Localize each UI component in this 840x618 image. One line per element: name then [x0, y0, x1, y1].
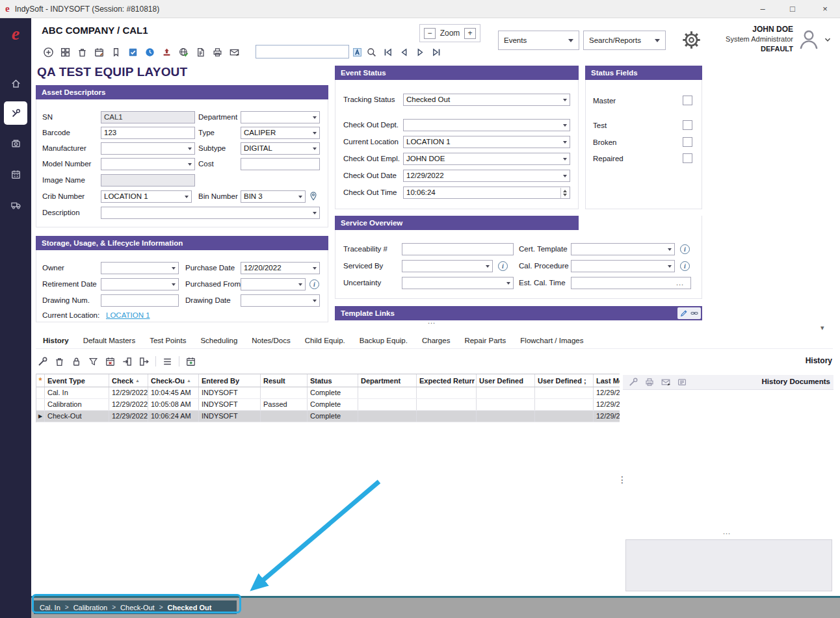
lock-icon[interactable] — [71, 356, 82, 367]
cert-template-combo[interactable] — [571, 243, 675, 255]
workflow-step[interactable]: Cal. In — [40, 604, 60, 612]
checkout-dept-combo[interactable] — [403, 119, 570, 131]
documents-splitter-handle[interactable]: ... — [723, 528, 731, 535]
list-view-icon[interactable] — [162, 356, 173, 367]
time-button[interactable] — [143, 45, 156, 58]
tab-scheduling[interactable]: Scheduling — [193, 333, 244, 348]
tab-notes-docs[interactable]: Notes/Docs — [244, 333, 297, 348]
panel-splitter[interactable]: ⋮ — [618, 474, 627, 485]
search-input[interactable] — [256, 45, 349, 58]
delete-row-icon[interactable] — [54, 356, 65, 367]
splitter-handle-horizontal[interactable]: ... — [428, 317, 436, 325]
repaired-checkbox[interactable] — [683, 153, 692, 163]
user-menu-chevron[interactable] — [823, 35, 832, 47]
col-result[interactable]: Result — [261, 374, 308, 387]
col-check-in[interactable]: Check▲ — [109, 374, 148, 387]
col-check-out[interactable]: Check-Ou▲ — [148, 374, 199, 387]
col-entered-by[interactable]: Entered By — [199, 374, 261, 387]
drawing-num-field[interactable] — [101, 294, 179, 307]
col-expected-return[interactable]: Expected Returr — [417, 374, 477, 387]
cal-procedure-combo[interactable] — [571, 260, 675, 272]
type-combo[interactable]: CALIPER — [241, 127, 320, 139]
serviced-by-info-icon[interactable]: i — [498, 261, 508, 271]
workflow-step-current[interactable]: Checked Out — [168, 604, 212, 612]
doc-mail-icon[interactable] — [661, 377, 671, 387]
current-location-combo[interactable]: LOCATION 1 — [403, 136, 570, 148]
cert-template-info-icon[interactable]: i — [680, 244, 690, 254]
bookmark-button[interactable] — [109, 45, 122, 58]
sidebar-item-calendar[interactable] — [0, 161, 31, 187]
model-number-combo[interactable] — [101, 158, 195, 170]
crib-number-combo[interactable]: LOCATION 1 — [101, 190, 192, 203]
tab-charges[interactable]: Charges — [415, 333, 457, 348]
avatar[interactable] — [796, 26, 822, 55]
checkout-empl-combo[interactable]: JOHN DOE — [403, 153, 570, 165]
upload-button[interactable] — [160, 45, 173, 58]
events-dropdown[interactable]: Events — [498, 31, 579, 50]
barcode-field[interactable]: 123 — [101, 127, 195, 139]
manufacturer-combo[interactable] — [101, 142, 195, 155]
search-reports-dropdown[interactable]: Search/Reports — [583, 31, 666, 50]
drawing-date-combo[interactable] — [241, 294, 320, 307]
owner-combo[interactable] — [101, 262, 179, 274]
sidebar-item-home[interactable] — [0, 70, 31, 96]
doc-tools-icon[interactable] — [628, 377, 638, 387]
subtype-combo[interactable]: DIGITAL — [241, 142, 320, 155]
collapse-chevron[interactable]: ▾ — [820, 324, 825, 332]
retirement-date-combo[interactable] — [101, 278, 179, 290]
workflow-step[interactable]: Check-Out — [120, 604, 155, 612]
layout-button[interactable] — [59, 45, 72, 58]
cal-procedure-info-icon[interactable]: i — [680, 261, 690, 271]
purchase-date-combo[interactable]: 12/20/2022 — [241, 262, 320, 274]
document-button[interactable] — [194, 45, 207, 58]
calendar-remove-icon[interactable] — [105, 356, 116, 367]
minimize-button[interactable]: – — [748, 0, 778, 18]
user-info[interactable]: JOHN DOE System Administrator DEFAULT — [676, 25, 793, 54]
indysoft-logo-icon[interactable]: e — [0, 18, 31, 49]
print-button[interactable] — [211, 45, 224, 58]
current-location-link[interactable]: LOCATION 1 — [106, 309, 150, 322]
uncertainty-combo[interactable] — [402, 277, 514, 289]
image-name-field[interactable] — [101, 174, 195, 187]
bin-number-combo[interactable]: BIN 3 — [241, 190, 306, 203]
check-in-icon[interactable] — [122, 356, 133, 367]
cost-field[interactable] — [241, 158, 320, 170]
filter-icon[interactable] — [88, 356, 99, 367]
test-checkbox[interactable] — [683, 120, 692, 130]
master-checkbox[interactable] — [683, 96, 692, 105]
description-combo[interactable] — [101, 207, 320, 219]
col-status[interactable]: Status — [308, 374, 358, 387]
workflow-step[interactable]: Calibration — [73, 604, 108, 612]
check-out-icon[interactable] — [138, 356, 150, 367]
tasks-button[interactable] — [126, 45, 139, 58]
est-cal-time-field[interactable] — [571, 277, 691, 289]
traceability-field[interactable] — [402, 243, 514, 255]
col-event-type[interactable]: Event Type — [45, 374, 109, 387]
maximize-button[interactable]: □ — [778, 0, 807, 18]
search-button[interactable] — [365, 45, 378, 58]
tab-backup-equip[interactable]: Backup Equip. — [352, 333, 415, 348]
tab-repair-parts[interactable]: Repair Parts — [457, 333, 513, 348]
broken-checkbox[interactable] — [683, 137, 692, 147]
sn-field[interactable]: CAL1 — [101, 111, 195, 123]
col-user-defined-2[interactable]: User Defined ; — [535, 374, 594, 387]
zoom-in-button[interactable]: + — [464, 28, 476, 39]
web-verify-button[interactable] — [177, 45, 190, 58]
tracking-status-combo[interactable]: Checked Out — [403, 94, 570, 106]
serviced-by-combo[interactable] — [402, 260, 493, 272]
nav-next-button[interactable] — [413, 45, 427, 58]
field-search-toggle[interactable] — [350, 45, 363, 58]
sidebar-item-equipment[interactable] — [0, 131, 31, 157]
nav-last-button[interactable] — [430, 45, 443, 58]
zoom-out-button[interactable]: − — [424, 28, 436, 39]
doc-print-icon[interactable] — [644, 377, 655, 387]
sidebar-item-tools[interactable] — [0, 100, 31, 126]
purchased-from-combo[interactable] — [241, 278, 306, 290]
table-row[interactable]: Calibration 12/29/2022 10:05:08 AM INDYS… — [36, 399, 620, 411]
table-row-selected[interactable]: ▶ Check-Out 12/29/2022 10:06:24 AM INDYS… — [36, 411, 620, 422]
purchased-from-info-icon[interactable]: i — [309, 279, 319, 289]
bin-location-button[interactable] — [308, 191, 319, 204]
link-icon[interactable] — [690, 309, 699, 318]
nav-prev-button[interactable] — [397, 45, 410, 58]
edit-pencil-icon[interactable] — [679, 309, 689, 318]
